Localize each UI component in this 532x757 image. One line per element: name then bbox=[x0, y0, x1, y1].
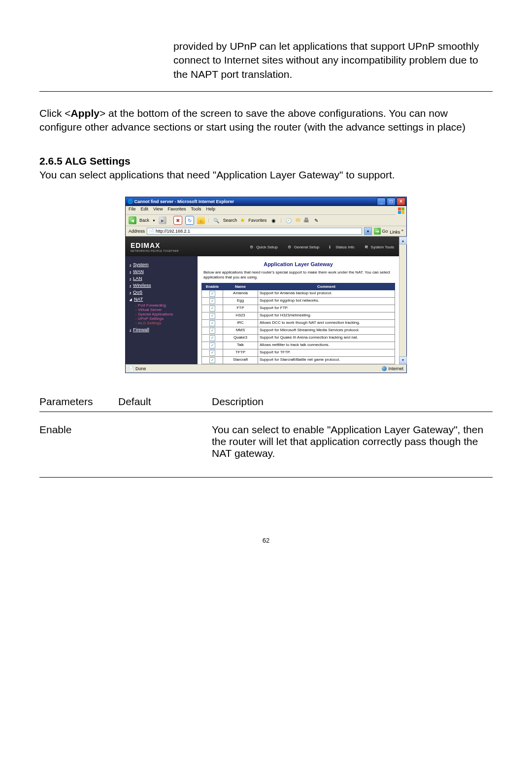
checkbox[interactable]: ✓ bbox=[209, 313, 215, 319]
checkbox[interactable]: ✓ bbox=[209, 298, 215, 304]
sidebar-item-wan[interactable]: WAN bbox=[130, 269, 194, 274]
name-cell: Amanda bbox=[223, 290, 258, 297]
scroll-down-icon[interactable]: ▾ bbox=[399, 356, 407, 364]
forward-icon[interactable]: ► bbox=[159, 216, 166, 224]
comment-cell: Support for TFTP. bbox=[258, 349, 395, 356]
topnav-general-setup[interactable]: ⚙General Setup bbox=[288, 244, 320, 249]
comment-cell: Support for Starcraft/Battle net game pr… bbox=[258, 356, 395, 364]
table-row: ✓H323Support for H323/netmeeting. bbox=[202, 312, 395, 319]
menu-view[interactable]: View bbox=[153, 206, 163, 214]
table-row: ✓IRCAllows DCC to work though NAT and co… bbox=[202, 319, 395, 327]
th-enable: Enable bbox=[202, 283, 223, 290]
menu-favorites[interactable]: Favorites bbox=[167, 206, 186, 214]
page-area: Application Layer Gateway Below are appl… bbox=[198, 256, 399, 364]
minimize-button[interactable]: _ bbox=[377, 198, 386, 206]
router-page: EDIMAX NETWORKING PEOPLE TOGETHER ⚙Quick… bbox=[126, 237, 399, 364]
sidebar-sub-virtual-server[interactable]: Virtual Server bbox=[135, 308, 194, 312]
enable-cell: ✓ bbox=[202, 319, 223, 327]
divider bbox=[39, 91, 493, 92]
sidebar-sub-alg-settings[interactable]: ALG Settings bbox=[135, 321, 194, 325]
sidebar-sub-port-forwarding[interactable]: Port Forwarding bbox=[135, 303, 194, 308]
name-cell: Quake3 bbox=[223, 334, 258, 342]
table-row: ✓EggSupport for eggdrop bot networks. bbox=[202, 297, 395, 305]
checkbox[interactable]: ✓ bbox=[209, 357, 215, 363]
checkbox[interactable]: ✓ bbox=[209, 306, 215, 311]
status-bar: 📄 Done Internet bbox=[126, 364, 406, 373]
refresh-icon[interactable]: ↻ bbox=[185, 216, 194, 225]
sidebar-item-qos[interactable]: QoS bbox=[130, 289, 194, 295]
router-page-title: Application Layer Gateway bbox=[201, 261, 395, 267]
favorites-label[interactable]: Favorites bbox=[248, 218, 266, 223]
topnav-quick-setup[interactable]: ⚙Quick Setup bbox=[250, 244, 278, 249]
print-icon[interactable]: 🖶 bbox=[303, 217, 309, 224]
checkbox[interactable]: ✓ bbox=[209, 320, 215, 326]
enable-cell: ✓ bbox=[202, 356, 223, 364]
links-label[interactable]: Links » bbox=[390, 228, 403, 235]
media-icon[interactable]: ◉ bbox=[269, 216, 277, 224]
name-cell: TFTP bbox=[223, 349, 258, 356]
param-desc: You can select to enable "Application La… bbox=[212, 421, 493, 462]
checkbox[interactable]: ✓ bbox=[209, 335, 215, 341]
misc-icon[interactable]: ✎ bbox=[312, 216, 320, 224]
name-cell: IRC bbox=[223, 319, 258, 327]
scrollbar[interactable]: ▴ ▾ bbox=[399, 237, 406, 364]
enable-cell: ✓ bbox=[202, 312, 223, 319]
top-nav: ⚙Quick Setup ⚙General Setup ℹStatus Info… bbox=[250, 244, 394, 249]
stop-icon[interactable]: ✖ bbox=[173, 216, 182, 225]
sidebar-sub-special-applications[interactable]: Special Applications bbox=[135, 312, 194, 316]
enable-cell: ✓ bbox=[202, 290, 223, 297]
table-row: ✓MMSSupport for Microsoft Streaming Medi… bbox=[202, 327, 395, 334]
checkbox[interactable]: ✓ bbox=[209, 350, 215, 356]
checkbox[interactable]: ✓ bbox=[209, 328, 215, 334]
table-row: ✓StarcraftSupport for Starcraft/Battle n… bbox=[202, 356, 395, 364]
topnav-system-tools[interactable]: 🛠System Tools bbox=[365, 244, 394, 249]
address-bar: Address 📄 http://192.168.2.1 ▾ ➔ Go Link… bbox=[126, 226, 406, 237]
sidebar-item-lan[interactable]: LAN bbox=[130, 275, 194, 281]
address-input[interactable]: 📄 http://192.168.2.1 bbox=[147, 228, 362, 235]
name-cell: Starcraft bbox=[223, 356, 258, 364]
history-icon[interactable]: 🕘 bbox=[285, 216, 293, 224]
window-title: 🌐 Cannot find server - Microsoft Interne… bbox=[128, 199, 234, 204]
menu-help[interactable]: Help bbox=[206, 206, 215, 214]
param-default bbox=[118, 421, 212, 462]
alg-table: Enable Name Comment ✓AmandaSupport for A… bbox=[201, 283, 395, 364]
menu-tools[interactable]: Tools bbox=[191, 206, 201, 214]
menu-bar: File Edit View Favorites Tools Help bbox=[126, 206, 396, 215]
comment-cell: Support for Microsoft Streaming Media Se… bbox=[258, 327, 395, 334]
checkbox[interactable]: ✓ bbox=[209, 343, 215, 348]
close-button[interactable]: × bbox=[397, 198, 405, 206]
document-page: provided by UPnP can let applications th… bbox=[0, 0, 532, 564]
favorites-icon[interactable]: ★ bbox=[240, 217, 245, 224]
address-dropdown[interactable]: ▾ bbox=[364, 227, 372, 235]
comment-cell: Support for Quake III Arena connection t… bbox=[258, 334, 395, 342]
sidebar-sub-upnp-settings[interactable]: UPnP Settings bbox=[135, 316, 194, 321]
enable-cell: ✓ bbox=[202, 334, 223, 342]
menu-edit[interactable]: Edit bbox=[141, 206, 149, 214]
section-body: You can select applications that need "A… bbox=[39, 169, 395, 180]
search-label[interactable]: Search bbox=[223, 218, 237, 223]
search-icon[interactable]: 🔍 bbox=[212, 216, 220, 224]
maximize-button[interactable]: □ bbox=[387, 198, 396, 206]
go-button[interactable]: ➔ Go bbox=[374, 228, 388, 235]
topnav-status-info[interactable]: ℹStatus Info bbox=[329, 244, 354, 249]
section-heading-block: 2.6.5 ALG Settings You can select applic… bbox=[39, 154, 493, 182]
sidebar-item-firewall[interactable]: Firewall bbox=[130, 327, 194, 332]
back-label[interactable]: Back bbox=[139, 218, 149, 223]
sidebar-item-system[interactable]: System bbox=[130, 262, 194, 267]
address-value: http://192.168.2.1 bbox=[156, 229, 190, 234]
checkbox[interactable]: ✓ bbox=[209, 291, 215, 297]
scroll-up-icon[interactable]: ▴ bbox=[399, 237, 407, 244]
home-icon[interactable]: ⌂ bbox=[197, 216, 205, 224]
enable-cell: ✓ bbox=[202, 327, 223, 334]
menu-file[interactable]: File bbox=[129, 206, 136, 214]
sidebar-item-wireless[interactable]: Wireless bbox=[130, 282, 194, 288]
globe-icon bbox=[382, 366, 387, 371]
comment-cell: Support for H323/netmeeting. bbox=[258, 312, 395, 319]
sidebar-item-nat[interactable]: NAT bbox=[130, 296, 194, 302]
back-icon[interactable]: ◄ bbox=[129, 216, 136, 224]
windows-flag-icon bbox=[396, 206, 406, 215]
parameters-table: Parameters Default Description bbox=[39, 393, 493, 411]
window-controls: _ □ × bbox=[377, 198, 405, 206]
mail-icon[interactable]: ✉ bbox=[296, 217, 300, 224]
screenshot-wrap: 🌐 Cannot find server - Microsoft Interne… bbox=[39, 197, 493, 373]
